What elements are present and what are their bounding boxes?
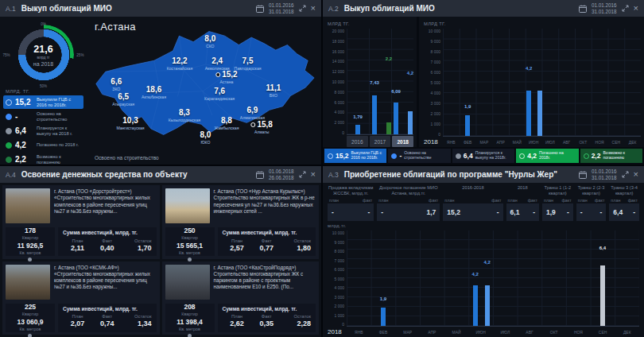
calendar-icon[interactable] xyxy=(256,5,264,13)
object-card[interactable]: г. Астана (ТОО «Нур Астана Курылыс») Стр… xyxy=(162,185,320,259)
table-column-group: Транш 2 (2-3 квартал) план факт - - xyxy=(576,184,607,221)
legend-item[interactable]: 6,4 Планируется к выкупу на 2018 г. xyxy=(3,124,83,138)
column-group-header: Досрочное погашение МИО Астана, млрд.тг. xyxy=(377,184,440,198)
map-city-title: г.Астана xyxy=(95,21,136,33)
chart-bar[interactable] xyxy=(394,103,398,134)
map-region-label[interactable]: 12,2 Костанайская xyxy=(167,57,192,71)
panel-code: A.4 xyxy=(6,171,16,179)
legend-item[interactable]: - Освоено на строительство xyxy=(3,110,83,123)
map-region-label[interactable]: 8,0 ЮКО xyxy=(200,131,211,145)
calendar-icon[interactable] xyxy=(579,171,587,179)
legend-label: Планируется к выкупу на 2018 г. xyxy=(37,126,81,137)
map-region-label[interactable]: 8,3 Кызылординская xyxy=(169,109,200,122)
map-region-label[interactable]: 6,6 ЗКО xyxy=(111,78,122,91)
object-card[interactable]: г. Астана (ТОО «КазСтройПодряд») Строите… xyxy=(162,261,320,335)
close-icon[interactable]: × xyxy=(311,170,316,179)
plan-subheader: план xyxy=(508,198,518,203)
y-tick: 14 000 xyxy=(332,59,344,64)
object-card[interactable]: г. Астана (ТОО «КСМК-АФ») «Строительство… xyxy=(2,261,160,335)
chart-bar[interactable] xyxy=(386,122,391,134)
map-region-label[interactable]: 2,4 Акмолинская xyxy=(205,57,230,71)
chart-bar[interactable] xyxy=(600,265,605,326)
map-region-label[interactable]: 8,8 Жамбылская xyxy=(214,117,239,130)
y-tick: 4 000 xyxy=(430,91,440,95)
chart-bar[interactable] xyxy=(537,91,542,136)
expand-icon[interactable] xyxy=(299,171,306,178)
expand-icon[interactable] xyxy=(622,5,629,12)
chart-bar[interactable] xyxy=(355,125,360,134)
object-cards: г. Астана (ТОО «Дорстройтрест») «Строите… xyxy=(0,183,321,337)
y-axis: 10 0009 0008 0007 0006 0005 0004 0003 00… xyxy=(328,230,347,327)
map-region-label[interactable]: 7,6 Карагандинская xyxy=(204,87,235,101)
y-tick: 2 000 xyxy=(334,304,344,308)
bar-value-label: 6,09 xyxy=(391,89,401,94)
close-icon[interactable]: × xyxy=(634,170,638,179)
close-icon[interactable]: × xyxy=(311,4,316,13)
fact-cell-value: - xyxy=(567,208,569,216)
map-region-label[interactable]: 8,0 СКО xyxy=(204,35,215,48)
panel-a2-header: A.2 Выкуп облигаций МИО 01.01.2016 31.01… xyxy=(323,0,644,17)
legend-dot-icon xyxy=(6,142,12,149)
y-tick: 5 000 xyxy=(430,80,440,85)
fact-subheader: факт xyxy=(628,198,638,203)
carousel-dot[interactable] xyxy=(28,334,32,337)
map-region-label[interactable]: 15,2 Астана xyxy=(215,71,237,84)
panel-a1-header: A.1 Выкуп облигаций МИО 01.01.2016 31.01… xyxy=(0,0,321,17)
map-region-label[interactable]: 18,6 Актюбинская xyxy=(142,86,166,99)
close-icon[interactable]: × xyxy=(634,4,638,13)
chart-bar[interactable] xyxy=(381,308,386,326)
region-name: Мангистауская xyxy=(116,126,144,130)
date-range[interactable]: 01.01.2016 31.01.2018 xyxy=(592,2,617,14)
calendar-icon[interactable] xyxy=(256,171,264,179)
year-button[interactable]: 2017 xyxy=(370,136,391,147)
chart-bar[interactable] xyxy=(526,91,531,136)
chart-bar[interactable] xyxy=(485,285,490,326)
kpi-label: Планируется к выкупу на 2018г. xyxy=(475,151,512,161)
calendar-icon[interactable] xyxy=(579,5,587,13)
kpi-tile[interactable]: - Освоено на строительстве xyxy=(388,149,450,163)
chart-bar[interactable] xyxy=(465,115,470,136)
carousel-dot[interactable] xyxy=(188,334,192,337)
legend-item[interactable]: 2,2 Возможно к погашению xyxy=(3,153,83,165)
date-range[interactable]: 01.01.2016 31.01.2018 xyxy=(592,168,617,180)
plan-fact-table: Продажа вкладчикам ЖССБК, млрд.тг. план … xyxy=(328,184,639,221)
map-region-label[interactable]: 7,5 Павлодарская xyxy=(235,57,262,71)
kpi-tile[interactable]: 6,4 Планируется к выкупу на 2018г. xyxy=(452,149,514,163)
region-value: 6,6 xyxy=(111,78,122,86)
map-region-label[interactable]: 6,5 Атырауская xyxy=(112,93,134,107)
expand-icon[interactable] xyxy=(299,5,306,12)
map-region-label[interactable]: 15,8 Алматы xyxy=(250,121,272,134)
region-value: 8,3 xyxy=(179,109,190,117)
kpi-tile[interactable]: 15,2 Выкупили ГЦБ с 2016 по 2018г. xyxy=(324,149,386,163)
date-to: 31.01.2018 xyxy=(592,9,617,14)
map-region-label[interactable]: 10,3 Мангистауская xyxy=(116,117,144,130)
map-region-label[interactable]: 6,9 Алматинская xyxy=(240,107,265,120)
kpi-tile[interactable]: 2,2 Возможно к погашению xyxy=(580,149,642,163)
rest-label: Остаток xyxy=(122,314,151,319)
chart-bar[interactable] xyxy=(473,285,478,326)
x-axis: 2018 ЯНВФЕВМАРАПРМАЙИЮНИЮЛАВГОКТНОЯСЕНДЕ… xyxy=(424,137,641,147)
expand-icon[interactable] xyxy=(622,171,629,178)
square-meters-label: Кв. метров xyxy=(179,250,200,255)
kpi-value: - xyxy=(399,152,402,160)
x-tick-month: СЕН xyxy=(608,140,625,145)
apartments-count: 250 xyxy=(184,227,195,234)
year-button[interactable]: 2016 xyxy=(347,136,368,147)
chart-bar[interactable] xyxy=(408,111,413,134)
date-range[interactable]: 01.01.2016 31.01.2018 xyxy=(269,2,294,14)
legend-item[interactable]: 15,2 Выкупили ГЦБ с 2016 по 2018г. xyxy=(3,95,83,109)
x-tick-month: ФЕВ xyxy=(460,140,476,145)
apartments-count: 208 xyxy=(184,303,195,311)
map-region-label[interactable]: 11,1 ВКО xyxy=(266,84,281,98)
year-button[interactable]: 2018 xyxy=(392,136,413,147)
object-card[interactable]: г. Астана (ТОО «Дорстройтрест») «Строите… xyxy=(2,185,160,259)
column-group-header: 2018 xyxy=(506,184,539,198)
chart-bar[interactable] xyxy=(372,95,377,134)
legend-item[interactable]: 4,2 Погашено по 2018 г. xyxy=(3,138,83,152)
region-value: 11,1 xyxy=(266,84,281,92)
x-tick-month: ДЕК xyxy=(615,330,639,335)
plan-value: 2,57 xyxy=(223,244,252,252)
investment-stats: Сумма инвестиций, млрд. тг. План 2,07 Фа… xyxy=(58,304,157,332)
date-range[interactable]: 01.06.2018 26.06.2018 xyxy=(269,168,294,180)
kpi-tile[interactable]: 4,2 Погашено на 2018г. xyxy=(516,149,578,163)
